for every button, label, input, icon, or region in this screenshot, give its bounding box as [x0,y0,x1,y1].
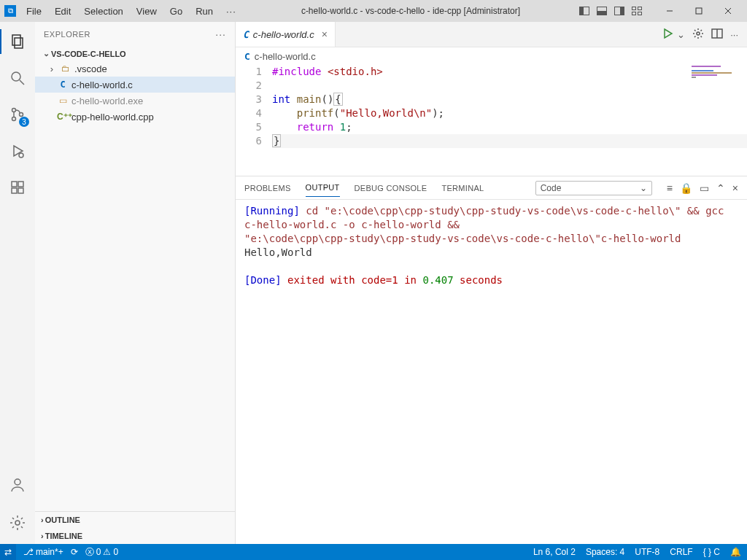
tree-folder-vscode[interactable]: 🗀 .vscode [35,61,235,77]
panel-close-icon[interactable]: × [732,182,738,194]
output-channel-select[interactable]: Code⌄ [535,181,652,195]
toggle-panel-icon[interactable] [597,7,607,15]
timeline-section[interactable]: TIMELINE [35,528,235,544]
svg-point-18 [15,521,20,525]
activity-settings[interactable] [0,508,35,538]
status-notifications-icon[interactable]: 🔔 [730,547,741,557]
project-root[interactable]: ⌄ VS-CODE-C-HELLO [35,47,235,61]
status-problems[interactable]: ⓧ 0 ⚠ 0 [85,546,118,559]
app-icon: ⧉ [4,5,16,17]
svg-point-12 [19,153,23,158]
status-language[interactable]: { } C [703,547,720,557]
tree-file-c-hello-world[interactable]: C c-hello-world.c [35,77,235,93]
svg-point-9 [12,117,16,121]
window-title: c-hello-world.c - vs-code-c-hello - ide-… [242,6,579,16]
activity-run-debug[interactable] [0,136,35,166]
gear-icon[interactable] [692,28,704,42]
panel-tab-terminal[interactable]: TERMINAL [441,179,484,197]
activity-explorer[interactable] [0,26,35,57]
menu-run[interactable]: Run [190,3,219,20]
menu-selection[interactable]: Selection [78,3,128,20]
code-editor[interactable]: 1 2 3 4 5 6 #include <stdio.h> int main(… [236,65,747,176]
output-body[interactable]: [Running] cd "e:\code\cpp\cpp-study\cpp-… [236,200,747,544]
run-button-icon[interactable] [662,28,674,42]
status-ln-col[interactable]: Ln 6, Col 2 [533,547,576,557]
close-window-button[interactable] [713,0,743,22]
breadcrumb[interactable]: C c-hello-world.c [236,47,747,65]
status-bar: ⇄ ⎇ main*+ ⟳ ⓧ 0 ⚠ 0 Ln 6, Col 2 Spaces:… [0,544,747,560]
editor-more-icon[interactable]: ··· [730,29,738,40]
activity-accounts[interactable] [0,470,35,500]
status-eol[interactable]: CRLF [670,547,692,557]
c-file-icon: C [243,29,249,40]
editor-tab-label: c-hello-world.c [253,29,314,40]
project-root-label: VS-CODE-C-HELLO [51,50,126,58]
activity-search[interactable] [0,63,35,93]
minimap[interactable] [689,65,747,176]
customize-layout-icon[interactable] [632,7,642,15]
panel-tabs: PROBLEMS OUTPUT DEBUG CONSOLE TERMINAL C… [236,176,747,200]
line-gutter: 1 2 3 4 5 6 [236,65,272,176]
menu-bar: File Edit Selection View Go Run ··· [20,3,242,20]
menu-overflow[interactable]: ··· [220,3,242,20]
panel-tab-debug-console[interactable]: DEBUG CONSOLE [355,179,427,197]
svg-rect-4 [12,35,20,45]
lock-scroll-icon[interactable]: 🔒 [680,182,692,194]
menu-edit[interactable]: Edit [49,3,77,20]
activity-extensions[interactable] [0,172,35,203]
svg-point-17 [15,479,20,485]
c-file-icon: C [244,51,250,62]
svg-point-8 [12,109,16,112]
outline-section[interactable]: OUTLINE [35,512,235,528]
panel-maximize-icon[interactable]: ⌃ [716,182,725,194]
svg-marker-19 [665,29,672,38]
sidebar-title: EXPLORER [44,30,90,39]
svg-rect-14 [18,182,23,187]
close-tab-icon[interactable]: × [322,28,328,40]
svg-rect-16 [18,188,23,193]
status-indent[interactable]: Spaces: 4 [586,547,624,557]
tree-item-label: c-hello-world.c [71,79,133,90]
chevron-down-icon: ⌄ [640,183,647,193]
minimize-button[interactable] [655,0,684,22]
toggle-primary-sidebar-icon[interactable] [579,7,589,15]
panel-tab-output[interactable]: OUTPUT [306,179,340,197]
folder-icon: 🗀 [60,63,71,74]
tree-item-label: cpp-hello-world.cpp [71,112,154,122]
svg-line-7 [20,80,24,85]
status-branch[interactable]: ⎇ main*+ [23,547,63,557]
activity-source-control[interactable]: 3 [0,99,35,130]
status-encoding[interactable]: UTF-8 [635,547,659,557]
run-dropdown-icon[interactable]: ⌄ [677,29,685,40]
tree-file-exe[interactable]: ▭ c-hello-world.exe [35,93,235,109]
split-editor-icon[interactable] [711,28,723,42]
file-tree: ⌄ VS-CODE-C-HELLO 🗀 .vscode C c-hello-wo… [35,47,235,511]
remote-indicator[interactable]: ⇄ [0,544,16,560]
svg-rect-5 [15,38,23,48]
toggle-secondary-sidebar-icon[interactable] [614,7,624,15]
source-control-badge: 3 [19,117,29,127]
maximize-button[interactable] [684,0,713,22]
layout-controls [579,7,642,15]
exe-file-icon: ▭ [57,96,69,106]
explorer-sidebar: EXPLORER ··· ⌄ VS-CODE-C-HELLO 🗀 .vscode… [35,22,236,544]
menu-go[interactable]: Go [164,3,188,20]
editor-area: C c-hello-world.c × ⌄ ··· C c-hello-worl… [236,22,747,544]
panel-tab-problems[interactable]: PROBLEMS [244,179,291,197]
code-lines[interactable]: #include <stdio.h> int main(){ printf("H… [272,65,747,176]
sidebar-more-icon[interactable]: ··· [215,28,226,40]
tree-file-cpp[interactable]: C⁺⁺ cpp-hello-world.cpp [35,109,235,125]
tree-item-label: c-hello-world.exe [71,96,143,106]
editor-tab-c-hello-world[interactable]: C c-hello-world.c × [236,22,336,47]
svg-point-10 [20,113,23,117]
breadcrumb-label: c-hello-world.c [255,51,316,62]
status-sync[interactable]: ⟳ [71,547,78,557]
svg-rect-1 [696,8,702,14]
cpp-file-icon: C⁺⁺ [57,112,69,122]
menu-view[interactable]: View [131,3,163,20]
filter-icon[interactable]: ≡ [667,182,673,194]
clear-output-icon[interactable]: ▭ [700,182,709,194]
c-file-icon: C [57,79,69,90]
menu-file[interactable]: File [20,3,47,20]
bottom-panel: PROBLEMS OUTPUT DEBUG CONSOLE TERMINAL C… [236,176,747,544]
